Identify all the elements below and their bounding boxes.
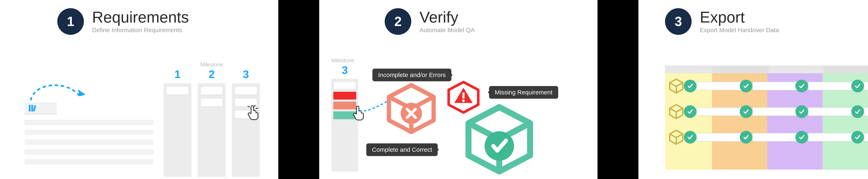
milestone-slot xyxy=(166,86,189,95)
check-icon xyxy=(795,105,808,118)
step-title: Verify xyxy=(420,9,475,25)
step-subtitle: Export Model Handover Data xyxy=(700,27,779,34)
export-rows xyxy=(665,78,868,155)
export-row xyxy=(665,78,868,94)
svg-rect-2 xyxy=(33,105,36,112)
milestone-col-1: . 1 xyxy=(164,61,191,177)
check-icon xyxy=(684,105,696,118)
step-title: Export xyxy=(700,9,779,25)
cube-complete-icon xyxy=(462,102,536,176)
badge-incomplete: Incomplete and/or Errors xyxy=(372,69,452,81)
milestone-slot xyxy=(234,86,257,95)
cube-icon xyxy=(668,129,684,145)
panel-verify: 2 Verify Automate Model QA Milestone 3 xyxy=(319,0,597,179)
cube-icon xyxy=(668,78,684,94)
milestone-number: 3 xyxy=(232,68,260,81)
step-subtitle: Automate Model QA xyxy=(420,27,475,34)
step-number-circle: 3 xyxy=(665,8,692,35)
step-header-3: 3 Export Export Model Handover Data xyxy=(665,8,779,35)
check-icon xyxy=(740,131,752,144)
export-grid xyxy=(665,65,868,170)
milestone-label: Milestone xyxy=(332,57,358,64)
panel-requirements: 1 Requirements Define Information Requir… xyxy=(0,0,278,179)
status-slot-empty xyxy=(333,81,356,90)
svg-point-5 xyxy=(462,99,465,102)
milestone-slot xyxy=(200,98,223,107)
step-header-2: 2 Verify Automate Model QA xyxy=(385,8,475,35)
milestone-col-3: . 3 xyxy=(232,61,260,177)
step-number-circle: 2 xyxy=(385,8,411,35)
svg-rect-4 xyxy=(462,93,465,99)
milestone-number: 2 xyxy=(198,68,225,81)
check-icon xyxy=(740,80,752,92)
document-tab xyxy=(25,102,57,115)
status-slot-error xyxy=(333,92,356,99)
badge-complete: Complete and Correct xyxy=(366,143,438,156)
cube-incomplete-icon xyxy=(385,82,438,135)
milestone-label: Milestone xyxy=(198,61,225,68)
export-row xyxy=(665,103,868,120)
milestone-number: 1 xyxy=(164,68,191,81)
library-icon xyxy=(28,104,38,112)
milestone-slot xyxy=(200,86,223,95)
check-icon xyxy=(740,105,752,118)
step-number-circle: 1 xyxy=(57,8,84,35)
cursor-hand-icon xyxy=(247,104,261,120)
check-icon xyxy=(851,105,864,118)
badge-missing: Missing Requirement xyxy=(489,86,558,99)
check-icon xyxy=(851,131,864,144)
check-icon xyxy=(795,80,808,92)
panel-export: 3 Export Export Model Handover Data xyxy=(639,0,868,179)
requirements-document xyxy=(25,102,153,169)
svg-rect-0 xyxy=(29,105,30,112)
milestone-number: 3 xyxy=(332,64,358,77)
step-header-1: 1 Requirements Define Information Requir… xyxy=(57,8,189,35)
export-row xyxy=(665,129,868,145)
check-icon xyxy=(684,80,696,92)
milestone-col-2: Milestone 2 xyxy=(198,61,225,177)
check-icon xyxy=(851,80,864,92)
svg-rect-1 xyxy=(31,105,33,112)
cube-icon xyxy=(668,103,684,120)
check-icon xyxy=(795,131,808,144)
step-title: Requirements xyxy=(92,9,189,25)
milestone-columns: . 1 Milestone 2 . 3 xyxy=(164,61,260,177)
check-icon xyxy=(684,131,696,144)
step-subtitle: Define Information Requirements xyxy=(92,27,189,34)
